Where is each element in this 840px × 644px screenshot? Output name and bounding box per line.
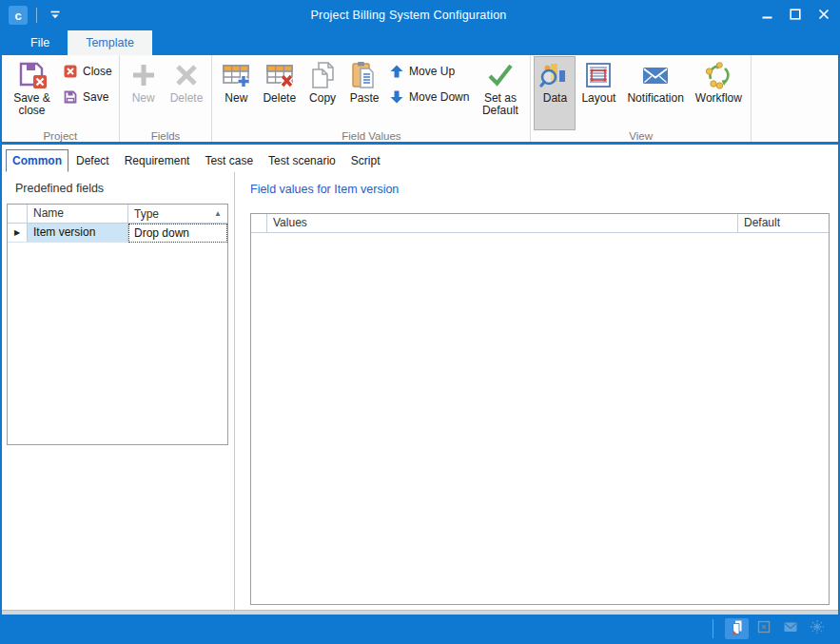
project-group-label: Project: [2, 129, 119, 143]
field-type-cell[interactable]: Drop down: [128, 224, 227, 243]
table-add-icon: [221, 60, 251, 90]
view-data-label: Data: [543, 92, 567, 105]
statusbar-separator: [713, 619, 713, 638]
row-indicator-column-header: [8, 205, 28, 223]
ribbon-group-project: Save & close Close Save: [2, 55, 120, 142]
tab-defect[interactable]: Defect: [68, 150, 117, 172]
view-group-label: View: [531, 129, 751, 143]
sort-ascending-icon: ▲: [214, 209, 222, 218]
field-values-group-label: Field Values: [212, 129, 530, 143]
move-down-label: Move Down: [409, 90, 469, 104]
fields-delete-label: Delete: [170, 92, 204, 105]
view-workflow-label: Workflow: [695, 92, 742, 105]
arrow-up-icon: [389, 64, 404, 79]
tab-requirement[interactable]: Requirement: [117, 150, 198, 172]
statusbar-layout-view-button[interactable]: [752, 618, 775, 639]
fields-new-button[interactable]: New: [123, 56, 165, 130]
table-row[interactable]: ▶ Item version Drop down: [8, 224, 227, 243]
paste-button[interactable]: Paste: [343, 56, 385, 130]
copy-icon: [307, 60, 338, 90]
type-column-label: Type: [134, 207, 159, 221]
save-and-close-label: Save & close: [10, 92, 53, 117]
predefined-fields-panel: Predefined fields Name Type ▲ ▶ Item ver…: [2, 172, 235, 610]
statusbar-notification-view-button[interactable]: [778, 618, 802, 639]
move-down-button[interactable]: Move Down: [385, 88, 473, 106]
type-column-header[interactable]: Type ▲: [128, 205, 227, 223]
ribbon-group-view: Data Layout: [531, 55, 752, 142]
statusbar-workflow-view-button[interactable]: [805, 618, 829, 639]
fields-group-label: Fields: [120, 129, 212, 143]
values-row-indicator-column-header: [251, 214, 267, 232]
layout-page-icon: [583, 60, 614, 90]
ribbon: Save & close Close Save: [2, 55, 838, 145]
plus-disabled-icon: [128, 60, 159, 90]
title-bar: c Project Billing System Configuration: [2, 0, 838, 30]
ribbon-group-field-values: New Delete: [212, 55, 531, 142]
view-layout-button[interactable]: Layout: [576, 56, 621, 130]
set-as-default-button[interactable]: Set as Default: [473, 56, 527, 130]
field-values-grid[interactable]: Values Default: [250, 213, 830, 605]
close-project-button[interactable]: Close: [59, 63, 116, 80]
fields-new-label: New: [132, 92, 155, 105]
maximize-icon: [790, 7, 801, 24]
pages-icon: [730, 619, 745, 638]
table-delete-icon: [264, 60, 295, 90]
values-column-header[interactable]: Values: [267, 214, 738, 232]
minimize-icon: [762, 7, 772, 24]
workflow-icon: [703, 60, 733, 90]
values-new-button[interactable]: New: [215, 56, 257, 130]
predefined-fields-grid[interactable]: Name Type ▲ ▶ Item version Drop down: [7, 204, 228, 445]
copy-button[interactable]: Copy: [302, 56, 343, 130]
tab-script[interactable]: Script: [343, 150, 388, 172]
view-notification-label: Notification: [627, 92, 683, 105]
field-values-grid-body[interactable]: [251, 233, 829, 604]
values-new-label: New: [225, 92, 247, 105]
save-and-close-button[interactable]: Save & close: [5, 56, 59, 130]
app-icon[interactable]: c: [9, 6, 28, 25]
x-disabled-icon: [171, 60, 202, 90]
tab-common[interactable]: Common: [6, 149, 68, 172]
name-column-header[interactable]: Name: [28, 205, 128, 223]
workflow-burst-icon: [810, 619, 825, 638]
move-up-label: Move Up: [409, 65, 455, 78]
layout-box-icon: [756, 619, 772, 638]
save-close-icon: [17, 60, 48, 90]
default-column-header[interactable]: Default: [738, 214, 829, 232]
minimize-button[interactable]: [752, 0, 781, 30]
paste-label: Paste: [350, 92, 380, 105]
checkmark-icon: [485, 60, 516, 90]
view-notification-button[interactable]: Notification: [621, 56, 689, 130]
field-values-grid-header: Values Default: [251, 214, 829, 233]
fields-delete-button[interactable]: Delete: [165, 56, 209, 130]
envelope-small-icon: [783, 619, 798, 638]
quick-access-dropdown-button[interactable]: [46, 6, 65, 25]
set-as-default-label: Set as Default: [479, 92, 521, 117]
save-button[interactable]: Save: [59, 88, 116, 106]
view-data-button[interactable]: Data: [534, 56, 576, 130]
close-icon: [818, 7, 830, 24]
maximize-button[interactable]: [781, 0, 810, 30]
content-area: Predefined fields Name Type ▲ ▶ Item ver…: [2, 172, 838, 610]
statusbar-data-view-button[interactable]: [725, 618, 749, 639]
view-layout-label: Layout: [581, 92, 615, 105]
window-title: Project Billing System Configuration: [65, 9, 752, 22]
move-up-button[interactable]: Move Up: [385, 63, 473, 80]
view-workflow-button[interactable]: Workflow: [690, 56, 748, 130]
ribbon-group-fields: New Delete Fields: [120, 55, 213, 142]
ribbon-tab-bar: File Template: [2, 30, 838, 55]
chevron-down-icon: [49, 7, 61, 24]
field-values-panel: Field values for Item version Values Def…: [235, 172, 838, 610]
save-icon: [63, 89, 78, 105]
values-delete-button[interactable]: Delete: [257, 56, 302, 130]
tab-test-scenario[interactable]: Test scenario: [261, 150, 343, 172]
ribbon-tab-file[interactable]: File: [12, 30, 68, 55]
status-bar: [2, 615, 838, 642]
predefined-fields-grid-header: Name Type ▲: [8, 205, 227, 224]
field-name-cell[interactable]: Item version: [28, 224, 128, 243]
tab-test-case[interactable]: Test case: [197, 150, 261, 172]
ribbon-empty-space: [752, 55, 838, 142]
ribbon-tab-template[interactable]: Template: [68, 30, 152, 55]
predefined-fields-title: Predefined fields: [15, 182, 234, 195]
close-window-button[interactable]: [810, 0, 838, 30]
field-values-title: Field values for Item version: [250, 183, 838, 196]
